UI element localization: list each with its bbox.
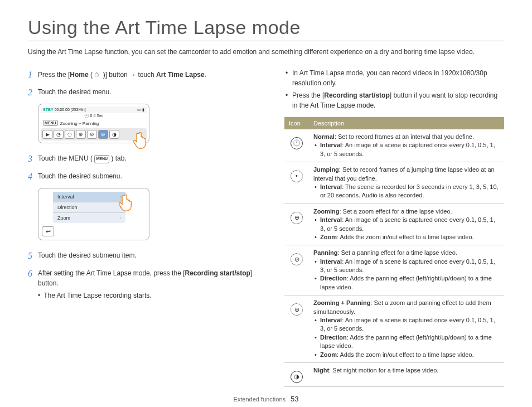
step-number: 6 xyxy=(28,267,38,280)
section-name: Extended functions xyxy=(233,396,286,403)
arrow-icon: → xyxy=(129,71,136,79)
note-stop: Press the [Recording start/stop] button … xyxy=(284,90,504,110)
submenu-zoom[interactable]: Zoom› xyxy=(53,213,125,223)
jumping-icon: • xyxy=(291,170,303,182)
home-icon xyxy=(94,69,101,75)
menu-button[interactable]: MENU xyxy=(43,120,58,126)
zooming-icon: ⊕ xyxy=(291,212,303,224)
play-button[interactable]: ▶ xyxy=(42,130,52,139)
pan-mode-button[interactable]: ⊘ xyxy=(87,130,97,139)
row-zoom-panning: ⊛ Zooming + Panning: Set a zoom and pann… xyxy=(284,295,504,363)
zoom-pan-icon: ⊛ xyxy=(291,303,303,316)
zoom-mode-button[interactable]: ⊕ xyxy=(76,130,86,139)
page-number: 53 xyxy=(291,395,298,403)
page-title: Using the Art Time Lapse mode xyxy=(28,17,504,41)
toolbar: ▶ ◔ ◌ ⊕ ⊘ ⊛ ◑ xyxy=(41,128,147,140)
note-resolution: In Art Time Lapse mode, you can record v… xyxy=(284,68,504,88)
panning-icon: ⊘ xyxy=(291,253,303,265)
step-3: 3 Touch the MENU ( MENU ) tab. xyxy=(28,152,268,166)
row-night: ◑ Night: Set night motion for a time lap… xyxy=(284,362,504,386)
row-jumping: • Jumping: Set to record frames of a jum… xyxy=(284,162,504,204)
touch-hand-icon xyxy=(118,192,138,214)
th-icon: Icon xyxy=(284,117,309,129)
page-footer: Extended functions 53 xyxy=(28,395,504,403)
card-icon: ▭ ▮ xyxy=(137,108,144,112)
mode-label: Zooming + Panning xyxy=(60,121,99,126)
jumping-mode-button[interactable]: ◌ xyxy=(65,130,75,139)
step5-text: Touch the desired submenu item. xyxy=(38,249,268,260)
step-5: 5 Touch the desired submenu item. xyxy=(28,249,268,263)
step-number: 5 xyxy=(28,249,38,263)
step-number: 2 xyxy=(28,86,38,99)
step-1: 1 Press the [Home ( )] button → touch Ar… xyxy=(28,68,268,81)
interval-display: 🕐 0.5 Sec xyxy=(41,113,147,119)
step-6: 6 After setting the Art Time Lapse mode,… xyxy=(28,267,268,301)
row-zooming: ⊕ Zooming: Set a zoom effect for a time … xyxy=(284,204,504,245)
intro-text: Using the Art Time Lapse function, you c… xyxy=(28,47,504,57)
submenu-screenshot: Interval› Direction› Zoom› ↩ xyxy=(38,188,149,240)
row-normal: 🕐 Normal: Set to record frames at an int… xyxy=(284,129,504,162)
step1-text: Press the [ xyxy=(38,71,70,79)
home-label: Home xyxy=(70,71,88,79)
night-icon: ◑ xyxy=(291,371,303,383)
night-mode-button[interactable]: ◑ xyxy=(109,130,119,139)
stby-label: STBY xyxy=(43,108,54,112)
step-number: 4 xyxy=(28,170,38,183)
step-number: 1 xyxy=(28,68,38,81)
row-panning: ⊘ Panning: Set a panning effect for a ti… xyxy=(284,245,504,295)
back-button[interactable]: ↩ xyxy=(42,226,54,236)
chevron-right-icon: › xyxy=(119,215,121,221)
right-column: In Art Time Lapse mode, you can record v… xyxy=(284,68,504,387)
submenu-direction[interactable]: Direction› xyxy=(53,202,125,213)
recording-button-label: Recording start/stop xyxy=(185,269,250,277)
th-description: Description xyxy=(309,117,504,129)
step-2: 2 Touch the desired menu. xyxy=(28,86,268,99)
step2-text: Touch the desired menu. xyxy=(38,86,268,97)
rec-time: 00:00:00 [253Min] xyxy=(55,108,86,112)
left-column: 1 Press the [Home ( )] button → touch Ar… xyxy=(28,68,268,387)
menu-pill-icon: MENU xyxy=(94,155,109,163)
art-time-lapse-label: Art Time Lapse xyxy=(156,71,204,79)
submenu-interval[interactable]: Interval› xyxy=(53,192,125,202)
zoom-pan-mode-button[interactable]: ⊛ xyxy=(98,130,108,139)
camcorder-screenshot: STBY 00:00:00 [253Min] ▭ ▮ 🕐 0.5 Sec MEN… xyxy=(38,104,149,143)
touch-hand-icon xyxy=(132,129,152,151)
step-4: 4 Touch the desired submenu. xyxy=(28,170,268,183)
step6-sub: The Art Time Lapse recording starts. xyxy=(38,290,268,301)
step4-text: Touch the desired submenu. xyxy=(38,170,268,181)
mode-table: Icon Description 🕐 Normal: Set to record… xyxy=(284,117,504,387)
normal-mode-button[interactable]: ◔ xyxy=(54,130,64,139)
normal-icon: 🕐 xyxy=(291,137,303,149)
step-number: 3 xyxy=(28,152,38,166)
